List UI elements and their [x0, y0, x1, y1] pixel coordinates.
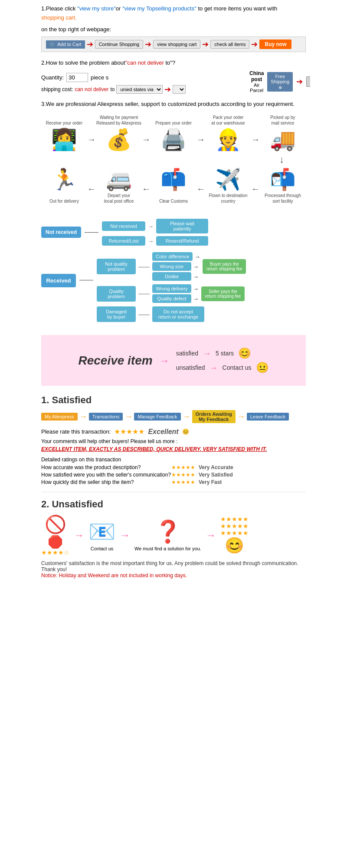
- nr-result1-box: Please waitpatiently: [156, 219, 208, 233]
- shipping-method-select[interactable]: [173, 85, 186, 94]
- satisfaction-banner: Receive item → satisfied → 5 stars 😊 uns…: [41, 335, 306, 386]
- q-sub2: Quality defect →: [152, 294, 199, 303]
- fb-leave-feedback: Leave Feedback: [247, 413, 289, 421]
- q-line: ——: [138, 290, 150, 297]
- process-label-3: Prepare your order: [155, 114, 192, 126]
- rate-row: Please rate this transaction: ★★★★★ Exce…: [41, 427, 306, 436]
- sat-arrow1: →: [159, 355, 170, 367]
- unsat-arrow1: →: [74, 529, 84, 541]
- air-parcel-label: Air Parcel: [249, 82, 264, 93]
- rate-smiley: 😊: [182, 428, 189, 435]
- buy-now-button[interactable]: Buy now: [259, 39, 291, 49]
- process-item-10: 📬 Processed throughsort facility: [260, 168, 306, 206]
- process-item-8: 📫 Clear Customs: [151, 168, 196, 206]
- divider: [41, 492, 306, 492]
- unsat-flow: 🚫 🛑 ★★★★☆ → 📧 Contact us → ❓ We must fin…: [41, 514, 306, 556]
- continue-shopping-button[interactable]: Continue Shopping: [95, 40, 144, 49]
- process-icon-6: 🏃: [51, 168, 77, 192]
- process-row1: Receive your order 👩‍💻 → Waiting for pay…: [41, 114, 306, 152]
- question-icon: ❓: [134, 519, 201, 544]
- rate-stars: ★★★★★: [114, 427, 144, 436]
- view-topselling-link[interactable]: "view my Topselling products": [122, 5, 196, 12]
- check-all-items-button[interactable]: check all items: [210, 40, 249, 49]
- stop-icon: 🛑: [41, 535, 69, 549]
- fb-arrow3: →: [183, 412, 190, 421]
- detail-label: Detailed ratings on this transaction: [41, 457, 306, 463]
- process-icon-3: 🖨️: [160, 128, 187, 152]
- rating-stars-2: ★★★★★: [171, 472, 195, 478]
- fb-manage-feedback: Manage Feedback: [134, 413, 180, 421]
- find-solution-label: We must find a solution for you.: [134, 546, 201, 551]
- step1-intro: 1.Please click: [41, 5, 77, 12]
- process-item-4: Pack your orderat our warehouse 👷: [205, 114, 251, 152]
- not-received-box: Not received: [41, 227, 81, 238]
- process-item-1: Receive your order 👩‍💻: [41, 114, 87, 152]
- email-icon: 📧: [88, 519, 115, 544]
- process-icon-1: 👩‍💻: [51, 128, 77, 152]
- not-received-row: Not received —— Not received → Please wa…: [41, 219, 306, 246]
- no-return-box: Do not acceptreturn or exchange: [152, 306, 204, 322]
- quality-row: Qualityproblem —— Wrong delivery → Quali…: [97, 284, 246, 303]
- nr-branch2-row: Returned/Lost → Resend/Refund: [102, 236, 208, 246]
- step2-content: Quantity: piece s shipping cost: can not…: [41, 70, 306, 94]
- cant-deliver-text: "can not deliver: [125, 59, 164, 66]
- cart-steps-bar: 🛒 Add to Cart ➔ Continue Shopping ➔ view…: [41, 36, 306, 52]
- contact-us-text: Contact us: [223, 364, 252, 371]
- process-label-8: Clear Customs: [159, 192, 188, 204]
- nr-branch1-box: Not received: [102, 221, 145, 231]
- qty-label: Quantity:: [41, 74, 64, 81]
- sat-row1: Receive item → satisfied → 5 stars 😊 uns…: [50, 347, 297, 374]
- destination-select[interactable]: unied states via: [116, 85, 163, 94]
- step2-right: China post Air Parcel FreeShipping ⊕ ➔ O…: [249, 70, 306, 94]
- step1-text: 1.Please click "view my store"or "view m…: [41, 4, 306, 23]
- shipping-label: shipping cost:: [41, 86, 73, 92]
- nq-line: ——: [138, 263, 150, 270]
- rating-label-3: How quickly did the seller ship the item…: [41, 479, 171, 485]
- ratings-table: Detailed ratings on this transaction How…: [41, 457, 306, 485]
- q-sub2-arrow: →: [193, 296, 199, 302]
- quality-box: Qualityproblem: [97, 286, 136, 302]
- q-sub1-arrow: →: [193, 286, 199, 292]
- ok-button[interactable]: OK: [306, 76, 310, 87]
- unsat-item-2: 📧 Contact us: [88, 519, 115, 551]
- happy-smiley: 😊: [238, 347, 251, 359]
- notice-holiday: Notice: Holiday and Weekend are not incl…: [41, 572, 306, 579]
- process-arrow-8: ←: [251, 180, 260, 194]
- step1-text4: on the top right of webpage:: [41, 25, 306, 34]
- process-label-2: Waiting for paymentReleased by Aliexpres…: [96, 114, 141, 126]
- sat-arrow2: →: [203, 349, 211, 358]
- view-shopping-cart-button[interactable]: view shopping cart: [153, 40, 200, 49]
- down-arrow-container: ↓: [41, 154, 306, 165]
- arrow3: ➔: [202, 39, 209, 49]
- process-icon-9: ✈️: [215, 168, 241, 192]
- nr-line1: ——: [85, 228, 98, 236]
- sat-outcomes: satisfied → 5 stars 😊 unsatisfied → Cont…: [176, 347, 269, 374]
- received-box: Received: [41, 274, 76, 287]
- satisfied-text: satisfied: [176, 350, 198, 357]
- process-label-1: Receive your order: [46, 114, 82, 126]
- fb-arrow1: →: [79, 412, 87, 421]
- unsat-item-3: ❓ We must find a solution for you.: [134, 519, 201, 551]
- arrow-shipping2: ➔: [296, 77, 303, 86]
- nq-sub3-arrow: →: [193, 273, 199, 280]
- process-icon-7: 🚐: [106, 168, 132, 192]
- arrow2: ➔: [145, 39, 151, 49]
- view-store-link[interactable]: "view my store": [77, 5, 116, 12]
- nr-arrow1: →: [148, 223, 154, 230]
- add-to-cart-button[interactable]: 🛒 Add to Cart: [46, 40, 85, 49]
- receive-item-text: Receive item: [78, 354, 152, 368]
- step2-section: 2.How to solve the problem about"can not…: [41, 59, 306, 94]
- quantity-input[interactable]: [66, 73, 88, 82]
- cant-deliver-label: can not deliver: [75, 86, 108, 92]
- not-quality-row: Not qualityproblem —— Color difference →…: [97, 252, 246, 281]
- cart-icon: 🛒: [49, 42, 56, 47]
- quantity-row: Quantity: piece s: [41, 73, 241, 82]
- arrow-shipping1: ➔: [164, 85, 171, 94]
- shipping-row: shipping cost: can not deliver to unied …: [41, 85, 241, 94]
- rating-stars-1: ★★★★★: [171, 464, 195, 470]
- smiley-icon: 😊: [225, 536, 244, 554]
- china-post-row: China post Air Parcel FreeShipping ⊕ ➔ O…: [249, 70, 306, 93]
- nq-sub1-arrow: →: [194, 253, 200, 260]
- seller-pays-box: Seller pays thereturn shipping fee: [201, 286, 245, 301]
- satisfied-outcome: satisfied → 5 stars 😊: [176, 347, 269, 359]
